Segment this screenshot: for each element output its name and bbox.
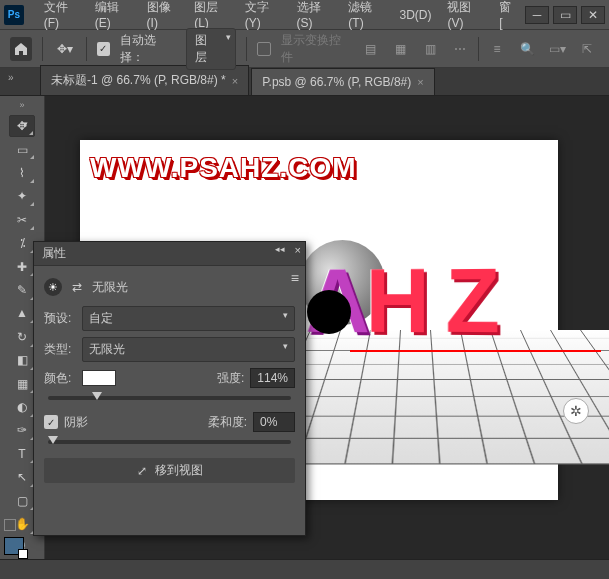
menu-window[interactable]: 窗[	[491, 0, 521, 30]
tab-2-label: P.psb @ 66.7% (P, RGB/8#)	[262, 75, 411, 89]
separator	[478, 37, 479, 61]
expand-tabs-icon[interactable]: »	[8, 72, 14, 83]
type-tool[interactable]: T	[9, 443, 35, 464]
menu-layer[interactable]: 图层(L)	[186, 0, 237, 30]
align-center-icon[interactable]: ▦	[388, 37, 412, 61]
default-colors-icon[interactable]	[4, 519, 16, 531]
separator	[42, 37, 43, 61]
minimize-button[interactable]: ─	[525, 6, 549, 24]
watermark-text: WWW.PSAHZ.COM	[90, 152, 357, 184]
history-brush-tool[interactable]: ↻	[9, 326, 35, 347]
3d-letter-z: Z	[445, 250, 499, 354]
panel-collapse-icon[interactable]: ◂◂	[275, 244, 285, 254]
statusbar	[0, 559, 609, 579]
more-icon[interactable]: ⋯	[448, 37, 472, 61]
light-type-label: 无限光	[92, 279, 128, 296]
panel-menu-icon[interactable]: ≡	[291, 270, 299, 286]
panel-close-icon[interactable]: ×	[295, 244, 301, 256]
move-to-view-icon: ⤢	[137, 464, 147, 478]
lasso-tool[interactable]: ⌇	[9, 162, 35, 183]
share-icon[interactable]: ⇱	[575, 37, 599, 61]
shape-tool[interactable]: ▢	[9, 490, 35, 511]
tab-1-close-icon[interactable]: ×	[232, 75, 238, 87]
move-to-view-label: 移到视图	[155, 462, 203, 479]
tab-2-close-icon[interactable]: ×	[417, 76, 423, 88]
3d-letter-h: H	[366, 250, 430, 354]
menu-view[interactable]: 视图(V)	[439, 0, 491, 30]
pen-tool[interactable]: ✑	[9, 420, 35, 441]
eraser-tool[interactable]: ◧	[9, 350, 35, 371]
properties-panel: 属性 ◂◂ × ≡ ☀ ⇄ 无限光 预设: 自定 类型: 无限光 颜色: 强度:…	[33, 241, 306, 536]
type-select[interactable]: 无限光	[82, 337, 295, 362]
menu-filter[interactable]: 滤镜(T)	[340, 0, 391, 30]
path-tool[interactable]: ↖	[9, 466, 35, 487]
softness-value[interactable]: 0%	[253, 412, 295, 432]
menu-3d[interactable]: 3D(D)	[391, 8, 439, 22]
marquee-tool[interactable]: ▭	[9, 139, 35, 160]
menu-image[interactable]: 图像(I)	[139, 0, 187, 30]
softness-slider[interactable]	[48, 440, 291, 444]
autoselect-dropdown[interactable]: 图层	[186, 28, 236, 70]
crop-tool[interactable]: ✂	[9, 209, 35, 230]
shadow-checkbox[interactable]: ✓	[44, 415, 58, 429]
type-label: 类型:	[44, 341, 76, 358]
document-tab-2[interactable]: P.psb @ 66.7% (P, RGB/8#) ×	[251, 68, 435, 95]
magic-wand-tool[interactable]: ✦	[9, 186, 35, 207]
light-icon: ☀	[44, 278, 62, 296]
3d-mode-icon[interactable]: ≡	[485, 37, 509, 61]
intensity-label: 强度:	[217, 370, 244, 387]
search-icon[interactable]: 🔍	[515, 37, 539, 61]
horizon-line	[350, 350, 601, 352]
background-swatch[interactable]	[18, 549, 28, 559]
move-tool-icon[interactable]: ✥▾	[53, 37, 75, 61]
menu-edit[interactable]: 编辑(E)	[87, 0, 139, 30]
panel-title[interactable]: 属性	[42, 245, 66, 262]
home-button[interactable]	[10, 37, 32, 61]
maximize-button[interactable]: ▭	[553, 6, 577, 24]
menu-file[interactable]: 文件(F)	[36, 0, 87, 30]
3d-widget-button[interactable]: ✲	[563, 398, 589, 424]
ps-logo: Ps	[4, 5, 24, 25]
color-swatch[interactable]	[82, 370, 116, 386]
brush-tool[interactable]: ✎	[9, 279, 35, 300]
intensity-slider[interactable]	[48, 396, 291, 400]
preset-select[interactable]: 自定	[82, 306, 295, 331]
blur-tool[interactable]: ◐	[9, 396, 35, 417]
showtransform-label: 显示变换控件	[281, 32, 348, 66]
document-tab-1[interactable]: 未标题-1 @ 66.7% (P, RGB/8#) * ×	[40, 65, 249, 95]
workspace-icon[interactable]: ▭▾	[545, 37, 569, 61]
separator	[246, 37, 247, 61]
align-left-icon[interactable]: ▤	[358, 37, 382, 61]
autoselect-label: 自动选择：	[120, 32, 176, 66]
tab-1-label: 未标题-1 @ 66.7% (P, RGB/8#) *	[51, 72, 226, 89]
preset-label: 预设:	[44, 310, 76, 327]
foreground-swatch[interactable]	[4, 537, 24, 555]
menu-type[interactable]: 文字(Y)	[237, 0, 289, 30]
toolbox-expand-icon[interactable]: »	[19, 100, 24, 110]
close-button[interactable]: ✕	[581, 6, 605, 24]
stamp-tool[interactable]: ▲	[9, 303, 35, 324]
intensity-value[interactable]: 114%	[250, 368, 295, 388]
light-widget[interactable]	[307, 290, 351, 334]
eyedropper-tool[interactable]: ⁒	[9, 233, 35, 254]
autoselect-checkbox[interactable]: ✓	[97, 42, 110, 56]
align-right-icon[interactable]: ▥	[418, 37, 442, 61]
healing-tool[interactable]: ✚	[9, 256, 35, 277]
separator	[86, 37, 87, 61]
infinite-icon: ⇄	[72, 280, 82, 294]
menu-select[interactable]: 选择(S)	[289, 0, 341, 30]
gradient-tool[interactable]: ▦	[9, 373, 35, 394]
move-to-view-button[interactable]: ⤢ 移到视图	[44, 458, 295, 483]
color-label: 颜色:	[44, 370, 76, 387]
softness-label: 柔和度:	[208, 414, 247, 431]
color-swatches[interactable]	[4, 519, 24, 555]
shadow-label: 阴影	[64, 414, 88, 431]
showtransform-checkbox[interactable]	[257, 42, 270, 56]
move-tool[interactable]: ✥	[9, 115, 35, 137]
